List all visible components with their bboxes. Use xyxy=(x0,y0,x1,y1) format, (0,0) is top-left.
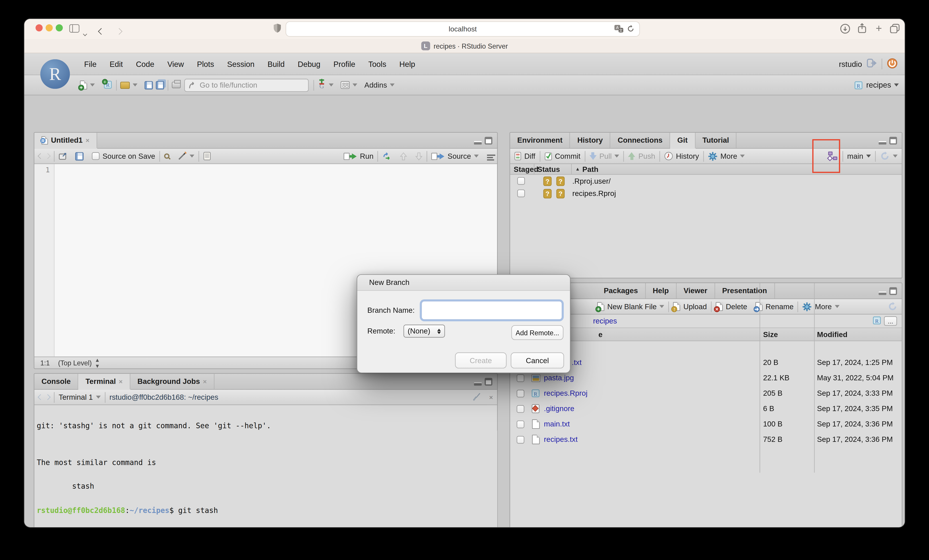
menu-code[interactable]: Code xyxy=(129,60,161,69)
breadcrumb-folder-link[interactable]: recipes xyxy=(593,317,617,325)
close-window-button[interactable] xyxy=(35,24,43,31)
terminal-dropdown[interactable]: Terminal 1 xyxy=(54,393,104,401)
git-refresh-button[interactable] xyxy=(876,151,902,161)
downloads-icon[interactable] xyxy=(840,24,850,36)
compile-report-icon[interactable] xyxy=(199,151,215,161)
history-button[interactable]: History xyxy=(660,151,703,161)
pull-button[interactable]: Pull xyxy=(585,152,624,160)
file-checkbox[interactable] xyxy=(517,405,524,413)
col-status[interactable]: Status xyxy=(535,165,571,173)
col-modified[interactable]: Modified xyxy=(817,330,848,338)
upload-button[interactable]: ↑ Upload xyxy=(669,302,711,311)
tab-title[interactable]: recipes · RStudio Server xyxy=(434,42,508,49)
menu-view[interactable]: View xyxy=(161,60,190,69)
minimize-pane-icon[interactable] xyxy=(878,141,886,144)
remote-select[interactable]: (None) xyxy=(403,324,445,338)
close-jobs-tab-icon[interactable]: × xyxy=(203,378,207,385)
source-button[interactable]: Source xyxy=(428,152,483,160)
tab-environment[interactable]: Environment xyxy=(510,133,570,148)
save-icon[interactable] xyxy=(144,81,153,89)
file-row[interactable]: pasta.jpg 22.1 KB May 31, 2022, 5:04 PM xyxy=(510,370,902,386)
maximize-window-button[interactable] xyxy=(56,24,63,31)
col-path[interactable]: ▲ Path xyxy=(572,165,598,173)
tab-connections[interactable]: Connections xyxy=(610,133,670,148)
tab-packages[interactable]: Packages xyxy=(596,283,645,298)
menu-session[interactable]: Session xyxy=(221,60,261,69)
cancel-button[interactable]: Cancel xyxy=(510,352,564,369)
close-tab-icon[interactable]: × xyxy=(86,137,89,144)
file-name-link[interactable]: pasta.jpg xyxy=(544,374,574,382)
maximize-pane-icon[interactable] xyxy=(889,137,897,145)
sidebar-chevron-icon[interactable] xyxy=(84,27,86,38)
new-tab-icon[interactable]: + xyxy=(876,24,882,33)
minimize-window-button[interactable] xyxy=(46,24,53,31)
create-button[interactable]: Create xyxy=(455,352,506,369)
rerun-icon[interactable] xyxy=(378,152,396,160)
staged-checkbox[interactable] xyxy=(517,190,525,197)
file-checkbox[interactable] xyxy=(517,389,524,397)
minimize-pane-icon[interactable] xyxy=(878,291,886,295)
push-button[interactable]: Push xyxy=(624,152,659,160)
print-icon[interactable] xyxy=(172,82,181,88)
file-row[interactable]: .gitignore 6 B Sep 17, 2024, 3:35 PM xyxy=(510,401,902,416)
maximize-pane-icon[interactable] xyxy=(484,378,492,386)
workspace-panes-caret[interactable] xyxy=(353,84,357,87)
version-control-icon[interactable]: G xyxy=(317,79,326,91)
file-name-link[interactable]: main.txt xyxy=(544,420,570,428)
go-next-section-icon[interactable] xyxy=(411,152,427,160)
addins-menu[interactable]: Addins xyxy=(361,81,398,89)
tab-presentation[interactable]: Presentation xyxy=(715,283,775,298)
file-checkbox[interactable] xyxy=(517,436,524,444)
nav-forward-icon[interactable] xyxy=(45,153,51,159)
quit-session-icon[interactable] xyxy=(887,58,898,70)
popout-editor-icon[interactable] xyxy=(54,153,71,160)
tabs-overview-icon[interactable] xyxy=(890,24,900,35)
next-terminal-icon[interactable] xyxy=(45,394,51,400)
file-row[interactable]: recipes.txt 752 B Sep 17, 2024, 3:36 PM xyxy=(510,432,902,447)
translate-icon[interactable]: A文 xyxy=(614,25,623,34)
document-outline-icon[interactable] xyxy=(483,150,497,161)
go-prev-section-icon[interactable] xyxy=(396,152,411,160)
project-menu[interactable]: R recipes xyxy=(854,80,899,90)
minimize-pane-icon[interactable] xyxy=(474,141,482,144)
privacy-shield-icon[interactable] xyxy=(273,23,281,36)
find-replace-icon[interactable] xyxy=(164,153,170,159)
menu-debug[interactable]: Debug xyxy=(291,60,327,69)
files-more-button[interactable]: More xyxy=(798,302,843,311)
files-refresh-button[interactable] xyxy=(883,301,901,311)
new-project-icon[interactable]: R+ xyxy=(102,79,113,91)
tab-terminal[interactable]: Terminal× xyxy=(78,374,130,389)
file-name-link[interactable]: recipes.Rproj xyxy=(544,389,587,398)
tab-history[interactable]: History xyxy=(570,133,610,148)
file-checkbox[interactable] xyxy=(517,420,524,428)
code-tools-icon[interactable] xyxy=(173,151,198,161)
file-name-link[interactable]: .txt xyxy=(572,358,582,367)
file-row[interactable]: R recipes.Rproj 205 B Sep 17, 2024, 3:33… xyxy=(510,386,902,401)
branch-dropdown[interactable]: main xyxy=(843,152,875,160)
sign-out-icon[interactable] xyxy=(867,59,877,69)
reload-icon[interactable] xyxy=(627,25,635,34)
new-file-caret[interactable] xyxy=(90,84,95,87)
menu-help[interactable]: Help xyxy=(393,60,422,69)
staged-checkbox[interactable] xyxy=(517,177,525,185)
menu-build[interactable]: Build xyxy=(261,60,291,69)
menu-profile[interactable]: Profile xyxy=(327,60,362,69)
sidebar-icon[interactable] xyxy=(69,24,80,35)
minimize-pane-icon[interactable] xyxy=(474,382,482,385)
new-file-icon[interactable]: + xyxy=(80,81,87,89)
save-document-icon[interactable] xyxy=(75,152,83,160)
new-blank-file-button[interactable]: + New Blank File xyxy=(593,302,668,311)
clear-console-icon[interactable] xyxy=(468,393,485,402)
col-size[interactable]: Size xyxy=(763,330,778,338)
scope-selector[interactable]: (Top Level) ▲▼ xyxy=(58,357,99,369)
file-name-link[interactable]: .gitignore xyxy=(544,405,575,413)
file-row[interactable]: main.txt 100 B Sep 17, 2024, 3:36 PM xyxy=(510,416,902,432)
save-all-icon[interactable] xyxy=(156,81,164,89)
branch-name-input[interactable] xyxy=(421,301,562,320)
version-control-caret[interactable] xyxy=(329,84,334,87)
delete-button[interactable]: × Delete xyxy=(711,302,751,311)
file-checkbox[interactable] xyxy=(517,374,524,382)
menu-tools[interactable]: Tools xyxy=(362,60,393,69)
maximize-pane-icon[interactable] xyxy=(889,288,897,295)
run-button[interactable]: Run xyxy=(340,152,378,160)
